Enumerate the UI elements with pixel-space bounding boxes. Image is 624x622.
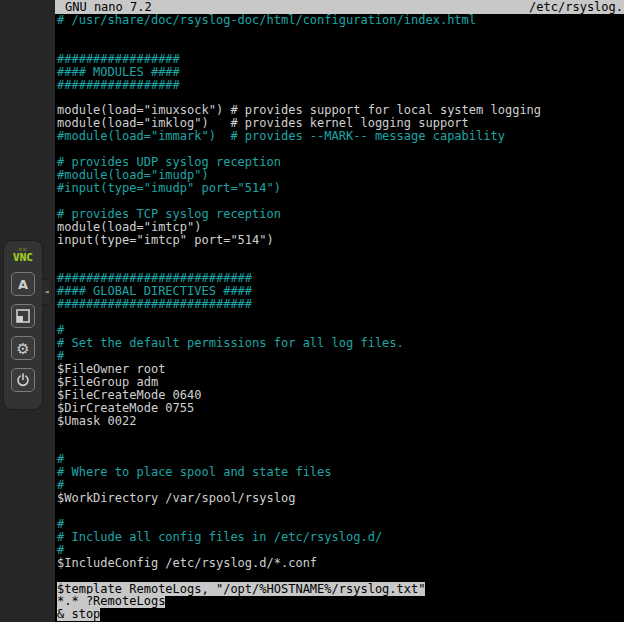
- fullscreen-icon: [16, 309, 30, 323]
- editor-line: [57, 247, 624, 260]
- editor-line: [57, 311, 624, 324]
- editor-line: [57, 27, 624, 40]
- editor-line: & stop: [57, 608, 624, 621]
- terminal-window[interactable]: GNU nano 7.2 /etc/rsyslog. # /usr/share/…: [55, 0, 624, 622]
- novnc-screen: no VNC A ⚙ ◄: [0, 0, 624, 622]
- editor-line: $IncludeConfig /etc/rsyslog.d/*.conf: [57, 557, 624, 570]
- editor-line: [57, 440, 624, 453]
- editor-line: $WorkDirectory /var/spool/rsyslog: [57, 492, 624, 505]
- nano-version-label: GNU nano 7.2: [55, 0, 152, 14]
- editor-line: $DirCreateMode 0755: [57, 402, 624, 415]
- gear-icon: ⚙: [16, 341, 29, 356]
- editor-line: input(type="imtcp" port="514"): [57, 234, 624, 247]
- extra-keys-button[interactable]: A: [11, 272, 35, 296]
- editor-line: #################: [57, 79, 624, 92]
- nano-titlebar: GNU nano 7.2 /etc/rsyslog.: [55, 0, 624, 14]
- novnc-logo: no VNC: [13, 246, 33, 263]
- editor-line: [57, 505, 624, 518]
- power-icon: [16, 373, 30, 387]
- editor-content[interactable]: # /usr/share/doc/rsyslog-doc/html/config…: [55, 14, 624, 621]
- settings-button[interactable]: ⚙: [11, 336, 35, 360]
- keyboard-a-icon: A: [18, 277, 28, 292]
- editor-line: [57, 570, 624, 583]
- editor-line: #input(type="imudp" port="514"): [57, 182, 624, 195]
- editor-line: $Umask 0022: [57, 415, 624, 428]
- novnc-logo-vnc: VNC: [13, 252, 33, 263]
- control-bar-handle[interactable]: ◄: [42, 279, 52, 305]
- collapse-arrow-icon: ◄: [44, 288, 48, 296]
- editor-line: #module(load="immark") # provides --MARK…: [57, 130, 624, 143]
- novnc-background: no VNC A ⚙ ◄: [0, 0, 55, 622]
- novnc-control-bar: no VNC A ⚙ ◄: [3, 240, 43, 410]
- editor-line: # /usr/share/doc/rsyslog-doc/html/config…: [57, 14, 624, 27]
- editor-line: # Where to place spool and state files: [57, 466, 624, 479]
- editor-line: *.* ?RemoteLogs: [57, 595, 624, 608]
- file-path-label: /etc/rsyslog.: [529, 0, 624, 14]
- editor-line: # Include all config files in /etc/rsysl…: [57, 531, 624, 544]
- editor-line: [57, 428, 624, 441]
- fullscreen-button[interactable]: [11, 304, 35, 328]
- power-button[interactable]: [11, 368, 35, 392]
- editor-line: # Set the default permissions for all lo…: [57, 337, 624, 350]
- editor-line: ###########################: [57, 298, 624, 311]
